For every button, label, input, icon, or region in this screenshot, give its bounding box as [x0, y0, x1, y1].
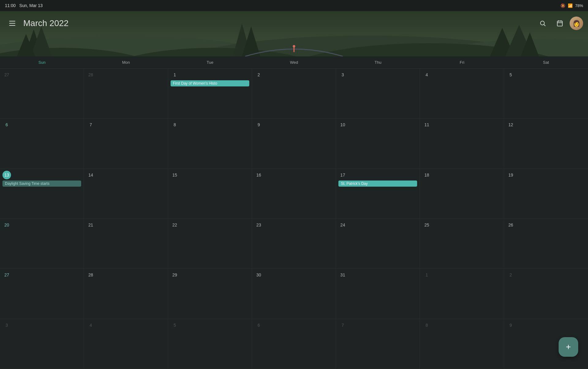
- hamburger-line: [9, 21, 15, 21]
- cell-date: 17: [338, 171, 347, 179]
- cell-date: 10: [338, 120, 347, 129]
- wifi-icon: 📶: [568, 3, 573, 8]
- calendar-cell[interactable]: 5: [504, 69, 588, 119]
- calendar-cell[interactable]: 14: [84, 169, 168, 219]
- calendar-cell[interactable]: 2: [504, 269, 588, 319]
- svg-point-17: [541, 21, 545, 25]
- calendar-cell[interactable]: 8: [420, 319, 504, 369]
- day-header-mon: Mon: [84, 56, 168, 68]
- cell-date: 28: [86, 271, 95, 279]
- cell-date: 9: [507, 321, 515, 329]
- avatar[interactable]: 👩: [570, 17, 583, 30]
- calendar-cell[interactable]: 1: [420, 269, 504, 319]
- svg-line-18: [544, 25, 545, 26]
- calendar-icon: [556, 20, 563, 27]
- cell-date: 5: [507, 70, 515, 79]
- calendar-cell[interactable]: 3: [0, 319, 84, 369]
- status-date: Sun, Mar 13: [19, 3, 43, 8]
- svg-rect-19: [557, 21, 563, 26]
- cell-date: 19: [507, 171, 515, 179]
- calendar-cell[interactable]: 23: [252, 219, 336, 269]
- calendar-cell[interactable]: 25: [420, 219, 504, 269]
- status-time: 11:00: [5, 3, 16, 8]
- day-header-fri: Fri: [420, 56, 504, 68]
- svg-rect-15: [293, 47, 295, 52]
- event-chip[interactable]: First Day of Women's Histo: [171, 80, 249, 86]
- calendar-cell[interactable]: 13Daylight Saving Time starts: [0, 169, 84, 219]
- calendar-cell[interactable]: 17St. Patrick's Day: [336, 169, 420, 219]
- cell-date: 30: [254, 271, 263, 279]
- cell-date: 8: [422, 321, 431, 329]
- event-chip[interactable]: Daylight Saving Time starts: [2, 181, 81, 187]
- calendar-cell[interactable]: 20: [0, 219, 84, 269]
- calendar-view-button[interactable]: [552, 16, 567, 31]
- cell-date: 13: [2, 171, 11, 179]
- search-button[interactable]: [535, 16, 550, 31]
- calendar-cell[interactable]: 29: [168, 269, 252, 319]
- cell-date: 1: [422, 271, 431, 279]
- calendar-cell[interactable]: 11: [420, 119, 504, 169]
- cell-date: 15: [171, 171, 179, 179]
- add-event-button[interactable]: +: [559, 337, 578, 357]
- calendar-cell[interactable]: 7: [336, 319, 420, 369]
- calendar-cell[interactable]: 27: [0, 69, 84, 119]
- day-header-sat: Sat: [504, 56, 588, 68]
- calendar-cell[interactable]: 27: [0, 269, 84, 319]
- cell-date: 2: [254, 70, 263, 79]
- day-header-sun: Sun: [0, 56, 84, 68]
- battery-icon: 78%: [575, 3, 583, 8]
- calendar-cell[interactable]: 28: [84, 69, 168, 119]
- calendar-cell[interactable]: 6: [252, 319, 336, 369]
- calendar-cell[interactable]: 3: [336, 69, 420, 119]
- cell-date: 12: [507, 120, 515, 129]
- menu-button[interactable]: [5, 16, 20, 31]
- calendar-cell[interactable]: 26: [504, 219, 588, 269]
- calendar-cell[interactable]: 18: [420, 169, 504, 219]
- calendar-cell[interactable]: 31: [336, 269, 420, 319]
- calendar-cell[interactable]: 7: [84, 119, 168, 169]
- search-icon: [539, 20, 546, 27]
- cell-date: 24: [338, 221, 347, 229]
- mute-icon: 🔕: [560, 3, 565, 8]
- cell-date: 26: [507, 221, 515, 229]
- app-header: March 2022 👩: [0, 11, 588, 36]
- calendar-cell[interactable]: 10: [336, 119, 420, 169]
- calendar-cell[interactable]: 6: [0, 119, 84, 169]
- event-chip[interactable]: St. Patrick's Day: [338, 181, 417, 187]
- calendar-cell[interactable]: 22: [168, 219, 252, 269]
- cell-date: 16: [254, 171, 263, 179]
- calendar-cell[interactable]: 5: [168, 319, 252, 369]
- calendar-cell[interactable]: 9: [252, 119, 336, 169]
- cell-date: 22: [171, 221, 179, 229]
- calendar-cell[interactable]: 4: [84, 319, 168, 369]
- app-title: March 2022: [23, 18, 69, 28]
- status-bar: 11:00 Sun, Mar 13 🔕 📶 78%: [0, 0, 588, 11]
- cell-date: 18: [422, 171, 431, 179]
- cell-date: 23: [254, 221, 263, 229]
- calendar-cell[interactable]: 24: [336, 219, 420, 269]
- header-actions: 👩: [535, 16, 583, 31]
- cell-date: 6: [2, 120, 11, 129]
- calendar-cell[interactable]: 1First Day of Women's Histo: [168, 69, 252, 119]
- calendar-cell[interactable]: 4: [420, 69, 504, 119]
- calendar-cell[interactable]: 15: [168, 169, 252, 219]
- calendar-cell[interactable]: 21: [84, 219, 168, 269]
- calendar-cell[interactable]: 8: [168, 119, 252, 169]
- cell-date: 11: [422, 120, 431, 129]
- cell-date: 28: [86, 70, 95, 79]
- calendar-cell[interactable]: 19: [504, 169, 588, 219]
- cell-date: 7: [338, 321, 347, 329]
- calendar-cell[interactable]: 16: [252, 169, 336, 219]
- calendar-container: Sun Mon Tue Wed Thu Fri Sat 27281First D…: [0, 56, 588, 369]
- cell-date: 20: [2, 221, 11, 229]
- day-header-tue: Tue: [168, 56, 252, 68]
- cell-date: 8: [171, 120, 179, 129]
- calendar-cell[interactable]: 12: [504, 119, 588, 169]
- calendar-cell[interactable]: 28: [84, 269, 168, 319]
- cell-date: 27: [2, 271, 11, 279]
- avatar-image: 👩: [573, 20, 580, 27]
- hamburger-line: [9, 25, 15, 26]
- calendar-cell[interactable]: 2: [252, 69, 336, 119]
- calendar-cell[interactable]: 30: [252, 269, 336, 319]
- cell-date: 31: [338, 271, 347, 279]
